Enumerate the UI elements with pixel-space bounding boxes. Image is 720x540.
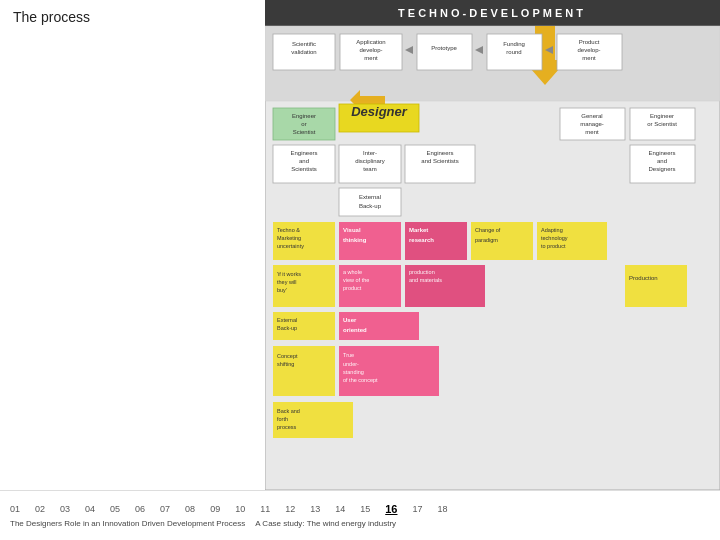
svg-text:Designers: Designers — [648, 166, 675, 172]
page-12[interactable]: 12 — [285, 504, 295, 514]
page-18[interactable]: 18 — [438, 504, 448, 514]
svg-text:Scientist: Scientist — [293, 129, 316, 135]
page-01[interactable]: 01 — [10, 504, 20, 514]
svg-text:they will: they will — [277, 279, 297, 285]
page-13[interactable]: 13 — [310, 504, 320, 514]
svg-text:ment: ment — [585, 129, 599, 135]
svg-text:develop-: develop- — [359, 47, 382, 53]
svg-text:production: production — [409, 269, 435, 275]
svg-text:and materials: and materials — [409, 277, 442, 283]
svg-text:General: General — [581, 113, 602, 119]
svg-text:and: and — [657, 158, 667, 164]
svg-text:External: External — [277, 317, 297, 323]
svg-text:manage-: manage- — [580, 121, 604, 127]
svg-text:Back-up: Back-up — [277, 325, 297, 331]
svg-text:and Scientists: and Scientists — [421, 158, 458, 164]
page-04[interactable]: 04 — [85, 504, 95, 514]
svg-text:TECHNO-DEVELOPMENT: TECHNO-DEVELOPMENT — [398, 7, 586, 19]
svg-rect-13 — [417, 34, 472, 70]
svg-text:round: round — [506, 49, 521, 55]
page-14[interactable]: 14 — [335, 504, 345, 514]
svg-text:Scientific: Scientific — [292, 41, 316, 47]
svg-text:technology: technology — [541, 235, 568, 241]
svg-text:uncertainty: uncertainty — [277, 243, 304, 249]
svg-text:'if it works: 'if it works — [277, 271, 301, 277]
diagram-area: TECHNO-DEVELOPMENT Scientific validation… — [265, 0, 720, 490]
svg-text:Adapting: Adapting — [541, 227, 563, 233]
bottom-text-right: A Case study: The wind energy industry — [255, 519, 396, 528]
page-06[interactable]: 06 — [135, 504, 145, 514]
svg-text:standing: standing — [343, 369, 364, 375]
svg-text:and: and — [299, 158, 309, 164]
svg-text:validation: validation — [291, 49, 316, 55]
svg-text:Production: Production — [629, 275, 658, 281]
svg-text:develop-: develop- — [577, 47, 600, 53]
svg-text:Engineers: Engineers — [648, 150, 675, 156]
svg-rect-84 — [625, 265, 687, 307]
svg-text:Marketing: Marketing — [277, 235, 301, 241]
svg-text:team: team — [363, 166, 376, 172]
page-10[interactable]: 10 — [235, 504, 245, 514]
svg-text:Techno &: Techno & — [277, 227, 300, 233]
svg-text:forth: forth — [277, 416, 288, 422]
svg-text:product: product — [343, 285, 362, 291]
svg-text:Back and: Back and — [277, 408, 300, 414]
svg-text:Concept: Concept — [277, 353, 298, 359]
svg-text:Visual: Visual — [343, 227, 361, 233]
svg-rect-53 — [339, 188, 401, 216]
svg-text:Market: Market — [409, 227, 428, 233]
bottom-text-left: The Designers Role in an Innovation Driv… — [10, 519, 245, 528]
svg-text:Prototype: Prototype — [431, 45, 457, 51]
svg-text:view of the: view of the — [343, 277, 369, 283]
svg-text:paradigm: paradigm — [475, 237, 498, 243]
svg-text:Application: Application — [356, 39, 385, 45]
svg-text:Engineers: Engineers — [426, 150, 453, 156]
svg-text:buy': buy' — [277, 287, 287, 293]
bottom-text: The Designers Role in an Innovation Driv… — [10, 519, 710, 528]
svg-text:a whole: a whole — [343, 269, 362, 275]
bottom-nav: 01 02 03 04 05 06 07 08 09 10 11 12 13 1… — [0, 490, 720, 540]
page-09[interactable]: 09 — [210, 504, 220, 514]
svg-text:Product: Product — [579, 39, 600, 45]
svg-text:Engineers: Engineers — [290, 150, 317, 156]
svg-text:True: True — [343, 352, 354, 358]
page-16-active[interactable]: 16 — [385, 503, 397, 515]
svg-text:ment: ment — [364, 55, 378, 61]
svg-text:Engineer: Engineer — [292, 113, 316, 119]
svg-text:process: process — [277, 424, 297, 430]
svg-text:User: User — [343, 317, 357, 323]
svg-text:oriented: oriented — [343, 327, 367, 333]
svg-text:External: External — [359, 194, 381, 200]
svg-text:Change of: Change of — [475, 227, 501, 233]
svg-text:or: or — [301, 121, 306, 127]
svg-text:or Scientist: or Scientist — [647, 121, 677, 127]
page-numbers: 01 02 03 04 05 06 07 08 09 10 11 12 13 1… — [10, 503, 710, 515]
svg-text:to product: to product — [541, 243, 566, 249]
svg-text:Back-up: Back-up — [359, 203, 382, 209]
svg-text:Scientists: Scientists — [291, 166, 317, 172]
page-02[interactable]: 02 — [35, 504, 45, 514]
svg-text:Funding: Funding — [503, 41, 525, 47]
svg-text:Engineer: Engineer — [650, 113, 674, 119]
page-03[interactable]: 03 — [60, 504, 70, 514]
svg-text:Designer: Designer — [351, 104, 408, 119]
svg-text:thinking: thinking — [343, 237, 367, 243]
svg-text:disciplinary: disciplinary — [355, 158, 385, 164]
page-07[interactable]: 07 — [160, 504, 170, 514]
svg-text:shifting: shifting — [277, 361, 294, 367]
svg-text:ment: ment — [582, 55, 596, 61]
svg-text:under-: under- — [343, 361, 359, 367]
page-title: The process — [13, 9, 90, 25]
svg-text:Inter-: Inter- — [363, 150, 377, 156]
page-08[interactable]: 08 — [185, 504, 195, 514]
svg-text:research: research — [409, 237, 434, 243]
page-15[interactable]: 15 — [360, 504, 370, 514]
page-11[interactable]: 11 — [260, 504, 270, 514]
svg-text:of the concept: of the concept — [343, 377, 378, 383]
page-05[interactable]: 05 — [110, 504, 120, 514]
page-17[interactable]: 17 — [412, 504, 422, 514]
